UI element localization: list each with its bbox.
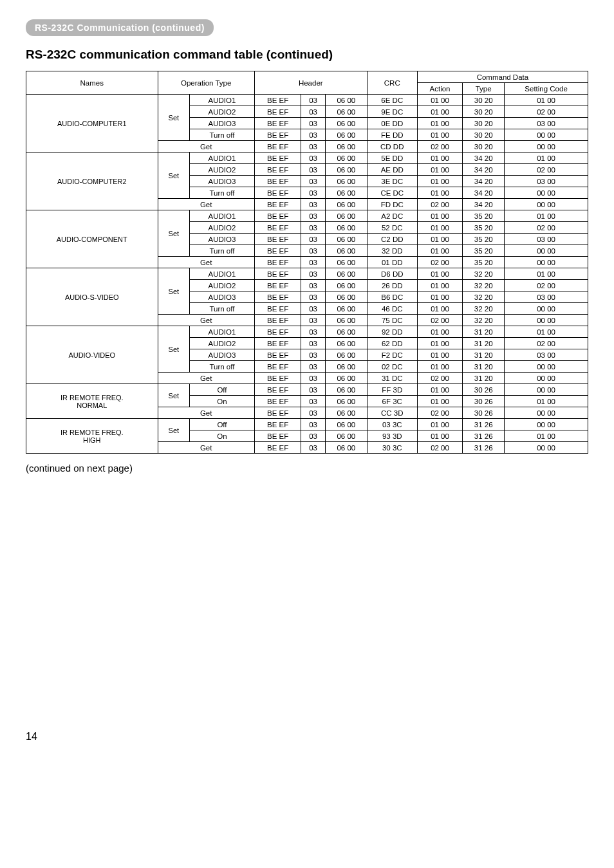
cell: 00 00 bbox=[505, 187, 588, 199]
cell: D6 DD bbox=[367, 268, 417, 280]
cell: 01 00 bbox=[505, 326, 588, 338]
header-setting-code: Setting Code bbox=[505, 83, 588, 95]
cell: On bbox=[190, 396, 255, 407]
cell: BE EF bbox=[254, 338, 301, 349]
cell: 06 00 bbox=[325, 199, 367, 210]
cell: BE EF bbox=[254, 303, 301, 315]
cell: AUDIO1 bbox=[190, 210, 255, 222]
cell: 02 00 bbox=[417, 442, 462, 454]
cell: 31 20 bbox=[463, 326, 505, 338]
cell: 30 20 bbox=[463, 141, 505, 152]
cell: 30 20 bbox=[463, 95, 505, 106]
cell: 00 00 bbox=[505, 442, 588, 454]
cell: BE EF bbox=[254, 141, 301, 152]
cell: AUDIO2 bbox=[190, 222, 255, 234]
cell: 31 26 bbox=[463, 419, 505, 430]
cell: 00 00 bbox=[505, 407, 588, 419]
names-cell: AUDIO-COMPUTER1 bbox=[26, 95, 158, 152]
cell: 03 bbox=[301, 106, 325, 118]
cell: 03 bbox=[301, 373, 325, 384]
cell: 34 20 bbox=[463, 187, 505, 199]
cell: 30 20 bbox=[463, 106, 505, 118]
cell: CD DD bbox=[367, 141, 417, 152]
header-names: Names bbox=[26, 71, 158, 95]
cell: 3E DC bbox=[367, 176, 417, 187]
set-cell: Set bbox=[158, 268, 190, 315]
cell: 06 00 bbox=[325, 141, 367, 152]
cell: BE EF bbox=[254, 291, 301, 303]
cell: BE EF bbox=[254, 407, 301, 419]
cell: 02 00 bbox=[417, 407, 462, 419]
cell: 92 DD bbox=[367, 326, 417, 338]
cell: 03 bbox=[301, 396, 325, 407]
cell: 03 bbox=[301, 210, 325, 222]
cell: 34 20 bbox=[463, 152, 505, 164]
cell: BE EF bbox=[254, 315, 301, 326]
cell: 06 00 bbox=[325, 396, 367, 407]
cell: F2 DC bbox=[367, 349, 417, 361]
cell: 03 bbox=[301, 152, 325, 164]
cell: BE EF bbox=[254, 176, 301, 187]
cell: 01 00 bbox=[505, 152, 588, 164]
cell: 30 20 bbox=[463, 129, 505, 141]
cell: AUDIO2 bbox=[190, 106, 255, 118]
set-cell: Set bbox=[158, 152, 190, 199]
cell: 06 00 bbox=[325, 442, 367, 454]
cell: 06 00 bbox=[325, 407, 367, 419]
cell: AUDIO3 bbox=[190, 118, 255, 129]
get-cell: Get bbox=[158, 407, 254, 419]
cell: BE EF bbox=[254, 268, 301, 280]
cell: 01 00 bbox=[417, 118, 462, 129]
cell: 01 00 bbox=[417, 222, 462, 234]
cell: 6F 3C bbox=[367, 396, 417, 407]
cell: BE EF bbox=[254, 384, 301, 396]
table-row: AUDIO-COMPUTER1SetAUDIO1BE EF0306 006E D… bbox=[26, 95, 588, 106]
cell: BE EF bbox=[254, 373, 301, 384]
cell: 03 00 bbox=[505, 176, 588, 187]
cell: On bbox=[190, 430, 255, 442]
cell: 02 00 bbox=[505, 164, 588, 176]
cell: Turn off bbox=[190, 361, 255, 373]
cell: 03 00 bbox=[505, 349, 588, 361]
cell: AUDIO3 bbox=[190, 349, 255, 361]
cell: AUDIO3 bbox=[190, 291, 255, 303]
cell: 03 bbox=[301, 118, 325, 129]
cell: AUDIO1 bbox=[190, 326, 255, 338]
cell: BE EF bbox=[254, 280, 301, 291]
cell: 06 00 bbox=[325, 106, 367, 118]
cell: 30 20 bbox=[463, 118, 505, 129]
cell: BE EF bbox=[254, 396, 301, 407]
cell: 06 00 bbox=[325, 338, 367, 349]
cell: 01 00 bbox=[417, 384, 462, 396]
cell: 01 00 bbox=[417, 303, 462, 315]
cell: BE EF bbox=[254, 349, 301, 361]
header-type: Type bbox=[463, 83, 505, 95]
cell: 06 00 bbox=[325, 187, 367, 199]
page-number: 14 bbox=[26, 731, 588, 743]
cell: 03 bbox=[301, 95, 325, 106]
cell: 02 DC bbox=[367, 361, 417, 373]
cell: Turn off bbox=[190, 187, 255, 199]
cell: 03 bbox=[301, 234, 325, 245]
cell: 01 00 bbox=[417, 291, 462, 303]
cell: 02 00 bbox=[505, 222, 588, 234]
cell: 06 00 bbox=[325, 176, 367, 187]
cell: 03 bbox=[301, 315, 325, 326]
cell: 35 20 bbox=[463, 222, 505, 234]
cell: 03 bbox=[301, 419, 325, 430]
cell: BE EF bbox=[254, 129, 301, 141]
cell: 31 DC bbox=[367, 373, 417, 384]
cell: 06 00 bbox=[325, 164, 367, 176]
cell: 30 26 bbox=[463, 407, 505, 419]
section-tab: RS-232C Communication (continued) bbox=[26, 19, 214, 36]
cell: BE EF bbox=[254, 187, 301, 199]
cell: 06 00 bbox=[325, 152, 367, 164]
continued-note: (continued on next page) bbox=[26, 463, 588, 474]
get-cell: Get bbox=[158, 199, 254, 210]
set-cell: Set bbox=[158, 95, 190, 141]
cell: 31 20 bbox=[463, 361, 505, 373]
cell: 01 00 bbox=[417, 361, 462, 373]
cell: 06 00 bbox=[325, 280, 367, 291]
cell: BE EF bbox=[254, 245, 301, 257]
cell: Turn off bbox=[190, 245, 255, 257]
